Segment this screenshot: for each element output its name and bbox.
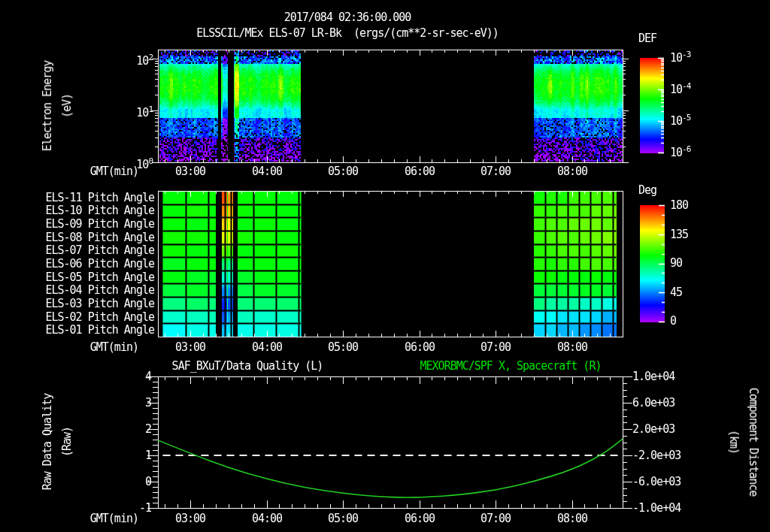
p3-ytick-left-0: 0 (113, 476, 151, 488)
p1-ylabel-line1: Electron Energy (38, 61, 57, 151)
p3-ylabel-right: Component Distance (km) (724, 388, 763, 497)
p3-ylabel-right-line1: Component Distance (744, 388, 763, 497)
p2-xtick-0300: 03:00 (175, 341, 205, 353)
plot-screen: 2017/084 02:36:00.000 ELSSCIL/MEx ELS-07… (0, 0, 770, 532)
cb1-tick-1e-4: 10-4 (670, 80, 690, 95)
p3-xtick-0300: 03:00 (175, 512, 205, 524)
p2-row-label-els06: ELS-06 Pitch Angle (30, 258, 154, 270)
p3-title-left: SAF_BXuT/Data Quality (L) (172, 360, 323, 372)
p1-xtick-0500: 05:00 (328, 165, 358, 177)
p1-ytick-10ev: 101 (110, 104, 153, 119)
p2-row-label-els07: ELS-07 Pitch Angle (30, 244, 154, 256)
p2-row-label-els01: ELS-01 Pitch Angle (30, 324, 154, 336)
p3-ytick-right-neg2e3: -2.0e+03 (632, 449, 681, 461)
p3-ylabel-left-line2: (Raw) (57, 394, 77, 491)
p3-xtick-0800: 08:00 (557, 512, 587, 524)
p3-xtick-0600: 06:00 (405, 512, 435, 524)
p3-ytick-left-1: 1 (113, 449, 151, 461)
p2-xtick-0400: 04:00 (252, 341, 282, 353)
p1-xtick-0700: 07:00 (480, 165, 511, 177)
p1-xlabel: GMT(min) (75, 165, 138, 177)
plot-subtitle: ELSSCIL/MEx ELS-07 LR-Bk (ergs/(cm**2-sr… (196, 27, 499, 39)
p2-row-label-els11: ELS-11 Pitch Angle (30, 192, 154, 204)
p3-xtick-0500: 05:00 (328, 512, 358, 524)
p2-row-label-els02: ELS-02 Pitch Angle (30, 311, 154, 323)
p3-ytick-right-1e4: 1.0e+04 (632, 370, 675, 382)
p1-ylabel-line2: (eV) (57, 61, 77, 151)
p1-xtick-0600: 06:00 (405, 165, 435, 177)
cb2-tick-90: 90 (670, 257, 682, 269)
p3-xlabel: GMT(min) (75, 512, 138, 524)
p2-xtick-0500: 05:00 (328, 341, 358, 353)
p2-row-label-els09: ELS-09 Pitch Angle (30, 218, 154, 230)
p3-ytick-left-2: 2 (113, 423, 151, 435)
p3-ytick-right-2e3: 2.0e+03 (632, 423, 675, 435)
p2-xtick-0600: 06:00 (405, 341, 435, 353)
p1-xtick-0400: 04:00 (252, 165, 282, 177)
p2-xlabel: GMT(min) (75, 341, 138, 353)
p2-xtick-0800: 08:00 (557, 341, 587, 353)
p1-ylabel: Electron Energy (eV) (38, 61, 77, 151)
p3-ytick-right-neg1e4: -1.0e+04 (632, 502, 681, 514)
p1-xtick-0800: 08:00 (557, 165, 587, 177)
cb2-tick-45: 45 (670, 286, 682, 298)
p2-row-label-els10: ELS-10 Pitch Angle (30, 204, 154, 216)
p3-title-right: MEXORBMC/SPF X, Spacecraft (R) (420, 360, 602, 372)
p3-ytick-right-neg6e3: -6.0e+03 (632, 476, 681, 488)
cb1-tick-1e-5: 10-5 (670, 112, 690, 127)
p2-row-label-els05: ELS-05 Pitch Angle (30, 271, 154, 283)
cb2-tick-0: 0 (670, 315, 676, 327)
p1-ytick-100ev: 102 (110, 52, 153, 67)
cb1-tick-1e-3: 10-3 (670, 49, 690, 64)
p2-row-label-els03: ELS-03 Pitch Angle (30, 298, 154, 310)
cb2-tick-180: 180 (670, 199, 688, 211)
p3-xtick-0400: 04:00 (252, 512, 282, 524)
p3-ylabel-right-line2: (km) (724, 388, 744, 497)
p1-xtick-0300: 03:00 (175, 165, 205, 177)
p3-ylabel-left: Raw Data Quality (Raw) (38, 394, 77, 491)
p3-xtick-0700: 07:00 (480, 512, 511, 524)
cb1-tick-1e-6: 10-6 (670, 144, 690, 159)
p2-colorbar-title: Deg (638, 184, 656, 196)
p2-xtick-0700: 07:00 (480, 341, 511, 353)
p3-ylabel-left-line1: Raw Data Quality (38, 394, 57, 491)
p1-colorbar-title: DEF (638, 32, 656, 44)
p3-ytick-right-6e3: 6.0e+03 (632, 397, 675, 409)
p3-ytick-left-4: 4 (113, 370, 151, 382)
p2-row-label-els04: ELS-04 Pitch Angle (30, 284, 154, 296)
page-title: 2017/084 02:36:00.000 (284, 11, 411, 23)
p3-ytick-left-3: 3 (113, 397, 151, 409)
cb2-tick-135: 135 (670, 228, 688, 240)
p2-row-label-els08: ELS-08 Pitch Angle (30, 231, 154, 243)
